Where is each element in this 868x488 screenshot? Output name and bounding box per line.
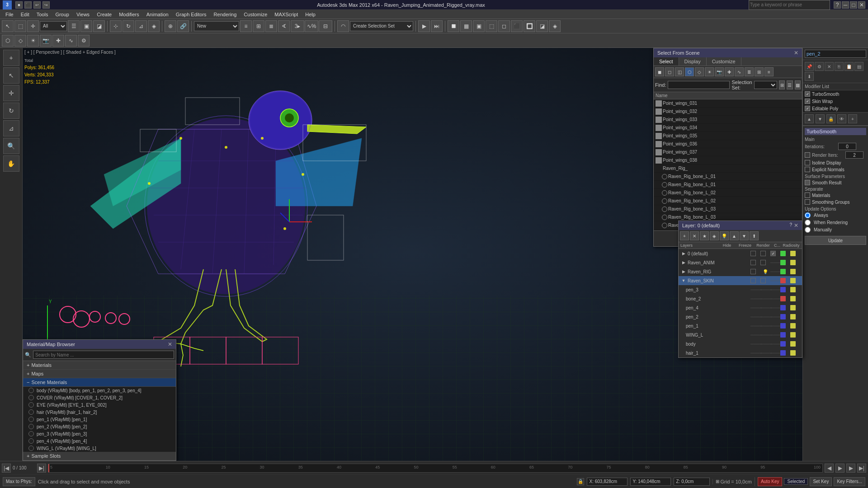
mod-move-up[interactable]: ▲ [805, 114, 814, 123]
maximize-button[interactable]: □ [850, 1, 857, 9]
mat-pen1[interactable]: pen_1 (VRayMtl) [pen_1] [23, 416, 176, 423]
sfs-item-wings038[interactable]: Point_wings_038 [654, 156, 802, 164]
menu-customize[interactable]: Customize [240, 10, 271, 19]
mat-pen3[interactable]: pen_3 (VRayMtl) [pen_3] [23, 430, 176, 437]
mod-check-ts[interactable]: ✓ [805, 91, 810, 97]
new-dropdown[interactable]: New [194, 21, 239, 31]
layer-move-up[interactable]: ▲ [730, 231, 739, 240]
helpers-icon[interactable]: ✚ [52, 35, 64, 47]
sfs-item-ravenrig[interactable]: Raven_Rig_ [654, 164, 802, 173]
sfs-shape[interactable]: ◇ [695, 67, 704, 76]
layer-body[interactable]: body ──── ──── ──── [679, 339, 802, 348]
sfs-item-wings034[interactable]: Point_wings_034 [654, 124, 802, 132]
reference-coord[interactable]: ◈ [148, 20, 160, 32]
layer-close-icon[interactable]: ✕ [794, 222, 798, 229]
mat-hair[interactable]: hair (VRayMtl) [hair_1, hair_2] [23, 408, 176, 416]
maps-section[interactable]: + Maps [23, 370, 176, 378]
lights-icon[interactable]: ☀ [27, 35, 39, 47]
ts-always-radio[interactable] [805, 212, 811, 218]
menu-animation[interactable]: Animation [143, 10, 172, 19]
curve-editor[interactable]: ◠ [337, 20, 349, 32]
layer-freeze-skin[interactable] [760, 278, 766, 283]
mod-paste[interactable]: 📋 [844, 62, 854, 71]
minimize-button[interactable]: ─ [842, 1, 849, 9]
render-settings[interactable]: 🔳 [524, 20, 535, 32]
sfs-bone[interactable]: ≣ [745, 67, 754, 76]
menu-rendering[interactable]: Rendering [210, 10, 241, 19]
ls-zoom[interactable]: 🔍 [3, 138, 19, 154]
layer-wing-l[interactable]: WING_L ──── ──── ──── [679, 330, 802, 339]
sfs-cam[interactable]: 📷 [715, 67, 724, 76]
sfs-filter[interactable]: ≡ [764, 67, 774, 76]
mat-pen2[interactable]: pen_2 (VRayMtl) [pen_2] [23, 423, 176, 430]
select-scale[interactable]: ⊿ [135, 20, 147, 32]
search-input[interactable] [749, 0, 830, 10]
render-iter[interactable]: ▣ [473, 20, 485, 32]
menu-create[interactable]: Create [93, 10, 115, 19]
mod-pin[interactable]: 📌 [805, 62, 814, 71]
sample-slots-section[interactable]: + Sample Slots [23, 452, 176, 460]
sfs-item-wings032[interactable]: Point_wings_032 [654, 108, 802, 116]
close-button[interactable]: ✕ [858, 1, 865, 9]
material-browser-close[interactable]: ✕ [168, 341, 172, 347]
select-move[interactable]: ⊹ [110, 20, 122, 32]
find-input[interactable] [668, 81, 730, 89]
ts-explicit-check[interactable] [805, 167, 810, 172]
mat-eye[interactable]: EYE (VRayMtl) [EYE_1, EYE_002] [23, 401, 176, 408]
select-by-name[interactable]: ☰ [68, 20, 80, 32]
menu-edit[interactable]: Edit [17, 10, 33, 19]
sfs-item-bone01b[interactable]: Raven_Rig_bone_L_01 [654, 181, 802, 189]
filter-dropdown[interactable]: All [40, 21, 67, 31]
sfs-item-bone02b[interactable]: Raven_Rig_bone_L_02 [654, 197, 802, 205]
layer-select-in[interactable]: ◈ [710, 231, 719, 240]
auto-key-button[interactable]: Auto Key [758, 477, 783, 486]
tab-customize[interactable]: Customize [707, 57, 741, 66]
tab-select[interactable]: Select [654, 57, 679, 66]
sfs-item-wings036[interactable]: Point_wings_036 [654, 140, 802, 148]
systems-icon[interactable]: ⚙ [78, 35, 90, 47]
layer-raven-anim[interactable]: ▶ Raven_ANIM ──── [679, 258, 802, 267]
mat-pen4[interactable]: pen_4 (VRayMtl) [pen_4] [23, 437, 176, 445]
menu-graph-editors[interactable]: Graph Editors [172, 10, 210, 19]
layer-raven-rig[interactable]: ▶ Raven_RIG 💡 ──── [679, 267, 802, 276]
sfs-light[interactable]: ☀ [705, 67, 714, 76]
mat-body[interactable]: body (VRayMtl) [body, pen_1, pen_2, pen_… [23, 387, 176, 394]
menu-file[interactable]: File [2, 10, 17, 19]
tl-play-end[interactable]: ▶| [857, 464, 866, 473]
mat-wing[interactable]: WING_L (VRayMtl) [WING_L] [23, 445, 176, 452]
material-browser-title[interactable]: Material/Map Browser ✕ [23, 340, 176, 349]
layer-color-0[interactable] [780, 251, 790, 256]
menu-maxscript[interactable]: MAXScript [271, 10, 302, 19]
tl-prev[interactable]: |◀ [2, 464, 11, 473]
layer-hair1[interactable]: hair_1 ──── ──── ──── [679, 348, 802, 357]
activeshade[interactable]: ◻ [498, 20, 510, 32]
sfs-none[interactable]: ◻ [665, 67, 674, 76]
menu-tools[interactable]: Tools [33, 10, 52, 19]
key-filters-button[interactable]: Key Filters... [834, 477, 865, 486]
sfs-invert[interactable]: ◫ [675, 67, 684, 76]
scene-materials-list[interactable]: body (VRayMtl) [body, pen_1, pen_2, pen_… [23, 387, 176, 452]
title-icon-3[interactable]: ↩ [33, 1, 41, 9]
layer-manager-title[interactable]: Layer: 0 (default) ? ✕ [679, 221, 802, 230]
mod-check-ep[interactable]: ✓ [805, 106, 810, 111]
sfs-opts2[interactable]: ☰ [787, 80, 793, 89]
snap-angle[interactable]: ∢ [278, 20, 290, 32]
modifier-edpoly[interactable]: ✓ Editable Poly [803, 105, 868, 112]
help-icon[interactable]: ? [834, 1, 841, 9]
layer-help-icon[interactable]: ? [789, 222, 792, 229]
ts-render-radio[interactable] [805, 220, 811, 225]
ts-manual-radio[interactable] [805, 227, 811, 233]
max-to-phys-btn[interactable]: Max to Phys: [3, 477, 35, 486]
layer-pen4[interactable]: pen_4 ──── ──── ──── [679, 303, 802, 312]
material-search-input[interactable] [33, 351, 174, 359]
coord-x[interactable] [587, 478, 627, 486]
ls-rotate[interactable]: ↻ [3, 103, 19, 119]
create-selection-set[interactable]: Create Selection Set [350, 21, 413, 31]
sfs-item-bone01a[interactable]: Raven_Rig_bone_L_01 [654, 173, 802, 181]
menu-views[interactable]: Views [73, 10, 93, 19]
layer-hide-skin[interactable] [750, 278, 756, 283]
render-last[interactable]: ⬚ [486, 20, 497, 32]
mod-cfg[interactable]: ⚙ [815, 62, 824, 71]
mod-lock[interactable]: 🔒 [826, 114, 835, 123]
mod-copy[interactable]: ⎘ [835, 62, 844, 71]
